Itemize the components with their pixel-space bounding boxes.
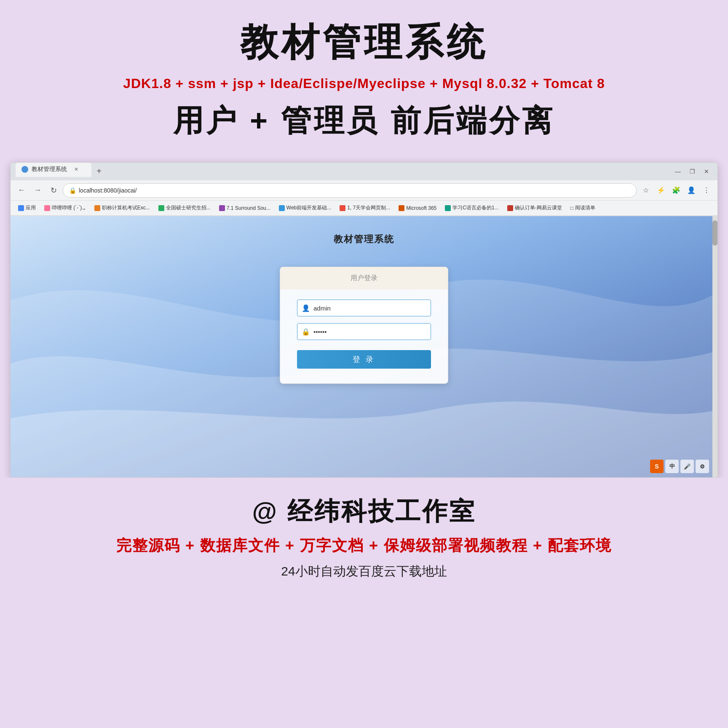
ms365-favicon (399, 205, 404, 211)
page-heading: 教材管理系统 (334, 233, 394, 246)
bookmark-bilibili-label: 哔哩哔哩 (´-`).｡ (52, 204, 86, 211)
sub-title: 用户 + 管理员 前后端分离 (173, 101, 555, 141)
menu-icon[interactable]: ⋮ (700, 184, 713, 197)
tab-close-button[interactable]: ✕ (73, 166, 80, 173)
browser-content: 教材管理系统 用户登录 👤 🔒 登 录 S 中 🎤 ⚙ (11, 216, 717, 477)
bookmark-c-lang-label: 学习C语言必备的1... (452, 204, 498, 211)
tab-title: 教材管理系统 (32, 166, 67, 173)
performance-icon[interactable]: ⚡ (654, 184, 668, 197)
bookmark-ms365[interactable]: Microsoft 365 (395, 203, 440, 213)
top-banner: 教材管理系统 JDK1.8 + ssm + jsp + Idea/Eclispe… (0, 0, 728, 162)
bookmark-order-label: 确认订单-网易云课堂 (515, 204, 562, 211)
order-favicon (507, 205, 513, 211)
bookmark-graduate-label: 全国硕士研究生招... (166, 204, 211, 211)
close-button[interactable]: ✕ (701, 166, 712, 177)
bookmark-apps[interactable]: 应用 (15, 203, 39, 213)
browser-scrollbar[interactable] (712, 216, 717, 477)
sogou-icon: S (650, 460, 664, 473)
tech-stack-text: JDK1.8 + ssm + jsp + Idea/Eclispe/Myecli… (123, 76, 605, 91)
bookmark-order[interactable]: 确认订单-网易云课堂 (504, 203, 565, 213)
bookmarks-bar: 应用 哔哩哔哩 (´-`).｡ 职称计算机考试Exc... 全国硕士研究生招..… (11, 201, 717, 216)
bookmark-web-dev[interactable]: Web前端开发基础... (276, 203, 335, 213)
bookmark-reading-label: 阅读清单 (575, 204, 595, 211)
profile-icon[interactable]: 👤 (685, 184, 698, 197)
url-text: localhost:8080/jiaocai/ (79, 187, 630, 194)
tech-stack: JDK1.8 + ssm + jsp + Idea/Eclispe/Myecli… (123, 76, 605, 91)
reload-button[interactable]: ↻ (47, 184, 60, 197)
login-card: 用户登录 👤 🔒 登 录 (280, 267, 448, 384)
bookmark-apps-label: 应用 (26, 204, 36, 211)
browser-chrome: 教材管理系统 ✕ + — ❐ ✕ ← → ↻ 🔒 localhost:8080/… (11, 163, 717, 216)
restore-button[interactable]: ❐ (686, 166, 698, 177)
lock-icon: 🔒 (302, 328, 310, 336)
username-input[interactable] (313, 305, 426, 312)
bookmark-webpage-label: 1, 7天学会网页制... (347, 204, 390, 211)
bookmark-graduate[interactable]: 全国硕士研究生招... (155, 203, 214, 213)
company-name: @ 经纬科技工作室 (252, 495, 476, 529)
back-button[interactable]: ← (15, 184, 28, 197)
new-tab-button[interactable]: + (93, 165, 105, 177)
lock-icon: 🔒 (69, 187, 76, 194)
reading-favicon: □ (570, 205, 573, 211)
clang-favicon (445, 205, 451, 211)
status-corner: S 中 🎤 ⚙ (650, 460, 709, 473)
download-line: 24小时自动发百度云下载地址 (281, 563, 447, 580)
window-controls: — ❐ ✕ (672, 166, 712, 177)
mic-icon: 🎤 (680, 460, 694, 473)
bookmark-reading[interactable]: □ 阅读清单 (567, 203, 599, 213)
browser-toolbar: ← → ↻ 🔒 localhost:8080/jiaocai/ ☆ ⚡ 🧩 👤 … (11, 180, 717, 201)
bilibili-favicon (44, 205, 50, 211)
bookmark-sound-label: 7.1 Surround Sou... (227, 205, 270, 211)
username-field[interactable]: 👤 (297, 300, 431, 316)
bookmark-bilibili[interactable]: 哔哩哔哩 (´-`).｡ (41, 203, 89, 213)
scrollbar-thumb[interactable] (712, 220, 717, 246)
settings-icon: ⚙ (696, 460, 709, 473)
tab-area: 教材管理系统 ✕ + (16, 166, 669, 177)
sound-favicon (219, 205, 225, 211)
password-field[interactable]: 🔒 (297, 323, 431, 340)
login-button[interactable]: 登 录 (297, 350, 431, 369)
bookmark-web-dev-label: Web前端开发基础... (286, 204, 331, 211)
browser-tab[interactable]: 教材管理系统 ✕ (16, 162, 91, 177)
webpage-favicon (340, 205, 345, 211)
main-title: 教材管理系统 (240, 17, 488, 68)
password-input[interactable] (313, 328, 426, 335)
bottom-banner: @ 经纬科技工作室 完整源码 + 数据库文件 + 万字文档 + 保姆级部署视频教… (0, 478, 728, 601)
bookmark-webpage[interactable]: 1, 7天学会网页制... (336, 203, 393, 213)
toolbar-icons: ☆ ⚡ 🧩 👤 ⋮ (639, 184, 713, 197)
bookmark-ms365-label: Microsoft 365 (406, 205, 436, 211)
features-line: 完整源码 + 数据库文件 + 万字文档 + 保姆级部署视频教程 + 配套环境 (116, 535, 612, 556)
browser-titlebar: 教材管理系统 ✕ + — ❐ ✕ (11, 163, 717, 180)
forward-button[interactable]: → (31, 184, 44, 197)
minimize-button[interactable]: — (672, 166, 684, 177)
bookmark-c-lang[interactable]: 学习C语言必备的1... (442, 203, 502, 213)
browser-window: 教材管理系统 ✕ + — ❐ ✕ ← → ↻ 🔒 localhost:8080/… (10, 162, 718, 478)
input-method-icon: 中 (665, 460, 679, 473)
bookmark-star-icon[interactable]: ☆ (639, 184, 653, 197)
address-bar[interactable]: 🔒 localhost:8080/jiaocai/ (63, 183, 637, 198)
extension-icon[interactable]: 🧩 (669, 184, 683, 197)
exam-favicon (94, 205, 100, 211)
apps-favicon (18, 205, 24, 211)
login-card-title: 用户登录 (280, 267, 448, 289)
user-icon: 👤 (302, 304, 310, 312)
bookmark-sound[interactable]: 7.1 Surround Sou... (216, 203, 274, 213)
tab-favicon (21, 166, 28, 173)
graduate-favicon (158, 205, 164, 211)
webdev-favicon (279, 205, 285, 211)
bookmark-computer-exam[interactable]: 职称计算机考试Exc... (91, 203, 153, 213)
bookmark-computer-exam-label: 职称计算机考试Exc... (102, 204, 150, 211)
